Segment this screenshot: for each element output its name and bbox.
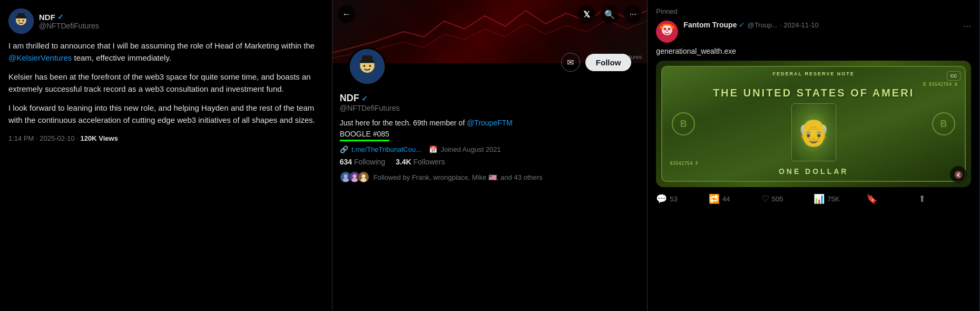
svg-rect-3 [17,13,25,17]
tweet3-verified-icon: ✓ [739,21,745,29]
follow-button[interactable]: Follow [585,54,632,71]
svg-point-4 [18,20,20,22]
follower-avatar-3 [358,171,369,183]
tweet-actions: 💬 53 🔁 44 ♡ 505 📊 75K 🔖 ⬆ [656,193,971,205]
tweet3-handle: @Troup... [747,21,778,29]
tweet-footer: 1:14 PM · 2025-02-10 · 120K Views [8,134,324,142]
verified-icon: ✓ [57,13,64,21]
svg-point-23 [664,28,667,31]
display-name: NDF ✓ [39,13,99,22]
share-icon: ⬆ [918,193,926,205]
tweet-paragraph-3: I look forward to leaning into this new … [8,102,324,126]
tweet3-user-info: Fantom Troupe ✓ @Troup... · 2024-11-10 [683,21,958,29]
bill-inner: FEDERAL RESERVE NOTE THE UNITED STATES O… [661,66,966,182]
views-count: 75K [827,195,839,203]
profile-section: ✉ Follow [340,63,640,101]
retweet-action[interactable]: 🔁 44 [709,193,761,205]
bill-serial-1: B 03542754 A [923,82,957,87]
portrait-face: 👴 [797,117,830,148]
dollar-bill-image: FEDERAL RESERVE NOTE THE UNITED STATES O… [656,61,971,187]
search-button[interactable]: 🔍 [601,5,619,23]
svg-point-17 [351,178,357,182]
follower-avatars [340,171,369,183]
svg-point-27 [671,26,674,29]
bill-portrait: 👴 [791,103,836,161]
svg-point-26 [660,26,663,29]
bill-main-text: THE UNITED STATES OF AMERI [713,87,914,99]
more-options-button[interactable]: ··· [624,5,642,23]
svg-point-19 [361,174,365,178]
svg-point-10 [363,65,365,67]
profile-bio: Just here for the tech. 69th member of @… [340,118,640,141]
tweet-body: I am thrilled to announce that I will be… [8,40,324,126]
reply-icon: 💬 [656,193,667,205]
tweet3-subtitle: generational_wealth.exe [656,47,971,55]
profile-avatar [348,47,386,85]
profile-url[interactable]: t.me/TheTribunalCou... [351,145,421,153]
tweet-paragraph-1: I am thrilled to announce that I will be… [8,40,324,64]
bill-b-left: B [672,112,695,135]
tweet3-name-row: Fantom Troupe ✓ @Troup... · 2024-11-10 [683,21,958,29]
bill-serial-2: 03542754 F [670,161,698,166]
tweet3-header: Fantom Troupe ✓ @Troup... · 2024-11-10 ·… [656,21,971,43]
profile-panel: ← 𝕏 🔍 ··· @ @NFTDefiFutures [332,0,648,311]
avatar3-inner [656,21,678,43]
tweet3-avatar [656,21,678,43]
username: @NFTDefiFutures [39,22,99,30]
tweet3-date: · 2024-11-10 [780,21,819,29]
retweet-count: 44 [722,195,730,203]
followed-by: Followed by Frank, wrongplace, Mike 🇺🇸, … [340,171,640,183]
profile-content: ✉ Follow NDF ✓ @NFTDefiFutures Just here… [332,63,648,190]
following-stat[interactable]: 634 Following [340,158,385,166]
tweet-header: NDF ✓ @NFTDefiFutures [8,8,324,34]
share-action[interactable]: ⬆ [918,193,971,205]
banner-nav: ← [338,5,356,23]
profile-links: 🔗 t.me/TheTribunalCou... 📅 Joined August… [340,145,640,153]
joined-date: 📅 Joined August 2021 [429,145,501,153]
bio-mention[interactable]: @TroupeFTM [467,119,513,127]
calendar-icon: 📅 [429,145,437,153]
reply-count: 53 [670,195,677,203]
link-icon: 🔗 [340,145,348,153]
bill-b-right: B [932,112,955,135]
tweet-panel-1: NDF ✓ @NFTDefiFutures I am thrilled to a… [0,0,332,311]
mention-kelsier[interactable]: @KelsierVentures [8,53,72,62]
user-info: NDF ✓ @NFTDefiFutures [39,13,99,30]
svg-point-20 [360,178,366,182]
views-action[interactable]: 📊 75K [814,193,866,205]
banner-nav-right: 𝕏 🔍 ··· [577,5,642,23]
followed-by-text: Followed by Frank, wrongplace, Mike 🇺🇸, … [374,173,543,181]
tweet-paragraph-2: Kelsier has been at the forefront of the… [8,71,324,95]
bookmark-action[interactable]: 🔖 [866,193,919,205]
tweet3-display-name: Fantom Troupe [683,21,737,29]
pinned-label: Pinned [656,7,971,15]
svg-point-16 [352,174,356,178]
pinned-tweet-panel: Pinned Fantom [648,0,980,311]
profile-actions: ✉ Follow [561,53,632,72]
mute-button[interactable]: 🔇 [950,166,967,183]
message-button[interactable]: ✉ [561,53,580,72]
retweet-icon: 🔁 [709,193,720,205]
profile-link: 🔗 t.me/TheTribunalCou... [340,145,422,153]
bill-cc-icon: CC [947,71,961,81]
svg-point-13 [344,174,347,178]
followers-stat[interactable]: 3.4K Followers [396,158,445,166]
bill-bottom-text: ONE DOLLAR [779,167,849,176]
bio-line2: BOOGLE #085 [340,129,389,141]
svg-rect-9 [362,55,373,61]
reply-action[interactable]: 💬 53 [656,193,709,205]
x-logo-icon: 𝕏 [577,5,595,23]
like-count: 505 [772,195,783,203]
like-icon: ♡ [761,193,769,205]
back-button[interactable]: ← [338,5,356,23]
views-icon: 📊 [814,193,825,205]
profile-stats: 634 Following 3.4K Followers [340,158,640,166]
bookmark-icon: 🔖 [866,193,877,205]
tweet3-more-button[interactable]: ··· [963,21,971,32]
avatar [8,8,34,34]
svg-point-5 [23,20,24,22]
svg-point-11 [369,65,371,67]
bill-top-text: FEDERAL RESERVE NOTE [773,71,855,76]
like-action[interactable]: ♡ 505 [761,193,814,205]
svg-point-25 [666,30,668,32]
